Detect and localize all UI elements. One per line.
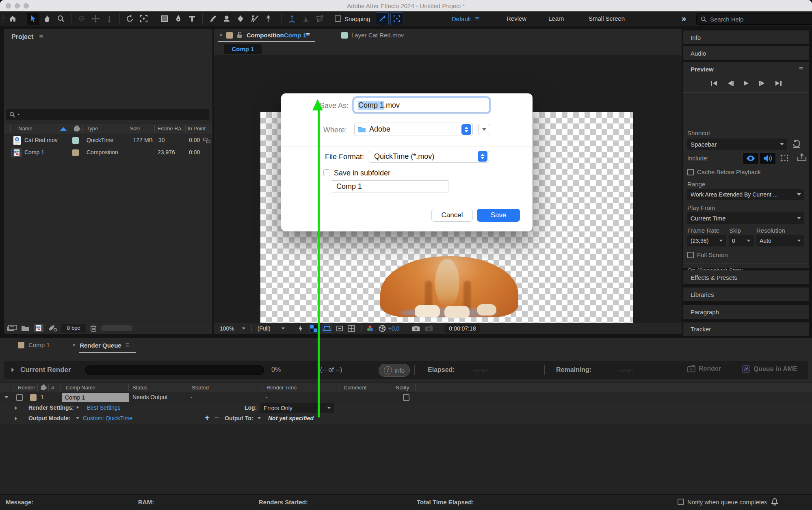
column-in-point[interactable]: In Point (188, 125, 206, 132)
where-dropdown[interactable]: Adobe (354, 123, 473, 136)
file-format-stepper-icon[interactable] (478, 151, 487, 162)
composition-tab-name[interactable]: Comp 1 (284, 32, 306, 39)
rq-row-comp-name[interactable]: Comp 1 (62, 393, 129, 402)
bpc-button[interactable]: 8 bpc (61, 324, 86, 333)
rectangle-tool[interactable] (158, 13, 171, 25)
label-swatch-tan[interactable] (72, 149, 79, 156)
shortcut-dropdown[interactable]: Spacebar (687, 138, 787, 150)
rq-row-expander-icon[interactable] (4, 396, 9, 399)
rq-row-notify-checkbox[interactable] (403, 394, 409, 401)
workspace-learn[interactable]: Learn (548, 15, 564, 22)
log-dropdown[interactable]: Errors Only (260, 403, 334, 413)
previous-frame-icon[interactable] (727, 80, 734, 86)
skip-dropdown[interactable]: 0 (729, 235, 754, 246)
subfolder-name-field[interactable]: Comp 1 (332, 180, 448, 192)
full-screen-option[interactable]: Full Screen (687, 251, 728, 258)
reset-icon[interactable] (792, 139, 801, 148)
local-axis-mode[interactable] (286, 13, 298, 25)
first-frame-icon[interactable] (710, 80, 718, 86)
add-output-module-icon[interactable]: + (205, 413, 210, 423)
layer-tab-label[interactable]: Layer Cat Red.mov (351, 32, 404, 39)
workspace-overflow-icon[interactable]: » (682, 14, 686, 23)
camera-region-tool[interactable] (138, 13, 150, 25)
home-icon[interactable] (6, 13, 19, 25)
play-icon[interactable] (743, 80, 749, 86)
audio-panel-header[interactable]: Audio (683, 46, 809, 60)
selection-tool[interactable] (27, 13, 39, 25)
workspace-menu-icon[interactable]: ≡ (475, 15, 480, 23)
output-module-value[interactable]: Custom: QuickTime (83, 415, 132, 421)
rotate-tool[interactable] (124, 13, 136, 25)
render-settings-expander-icon[interactable] (15, 406, 17, 410)
new-folder-icon[interactable] (21, 325, 29, 331)
grid-guides-icon[interactable] (347, 325, 355, 332)
resolution-dropdown[interactable]: (Full) (258, 325, 285, 332)
interpret-footage-icon[interactable] (7, 325, 17, 331)
include-overlays-icon[interactable] (777, 152, 791, 164)
search-filter-caret-icon[interactable] (17, 114, 20, 115)
output-to-caret-icon[interactable] (258, 417, 261, 419)
rq-col-comment[interactable]: Comment (344, 385, 366, 391)
hand-tool[interactable] (41, 13, 53, 25)
rq-col-comp-name[interactable]: Comp Name (66, 385, 95, 391)
composition-tab-label[interactable]: Composition (247, 32, 284, 39)
rq-col-started[interactable]: Started (192, 385, 209, 391)
mask-visibility-icon[interactable] (322, 324, 332, 333)
workspace-small-screen[interactable]: Small Screen (589, 15, 625, 22)
column-frame-rate[interactable]: Frame Ra.. (158, 125, 184, 132)
last-frame-icon[interactable] (775, 80, 782, 86)
roto-brush-tool[interactable] (248, 13, 260, 25)
save-button[interactable]: Save (477, 209, 520, 222)
save-in-subfolder-label[interactable]: Save in subfolder (334, 169, 390, 177)
cache-checkbox[interactable] (687, 169, 694, 175)
timecode-display[interactable]: 0:00:07:18 (445, 324, 480, 333)
next-frame-icon[interactable] (758, 80, 766, 86)
label-swatch-teal[interactable] (72, 137, 79, 144)
paragraph-header[interactable]: Paragraph (683, 305, 809, 319)
include-audio-icon[interactable] (760, 152, 776, 164)
column-size[interactable]: Size (130, 125, 140, 132)
rq-row-render-checkbox[interactable] (16, 394, 23, 401)
rq-label-color-icon[interactable] (40, 385, 47, 391)
effects-presets-header[interactable]: Effects & Presets (683, 270, 809, 284)
show-snapshot-icon[interactable] (425, 325, 433, 332)
eraser-tool[interactable] (234, 13, 247, 25)
project-panel-menu-icon[interactable]: ≡ (39, 32, 43, 41)
snap-adjacent-icon[interactable] (376, 12, 389, 25)
footer-scroll-pill[interactable] (101, 325, 132, 331)
pan-camera-tool[interactable] (89, 13, 102, 25)
frame-rate-dropdown[interactable]: (23,98) (687, 235, 726, 246)
tracker-header[interactable]: Tracker (683, 322, 809, 336)
workspace-review[interactable]: Review (507, 15, 526, 22)
clone-stamp-tool[interactable] (221, 13, 233, 25)
rq-menu-icon[interactable]: ≡ (126, 341, 129, 349)
rq-tab[interactable]: × Render Queue ≡ (72, 341, 129, 349)
orbit-camera-tool[interactable] (76, 13, 88, 25)
workspace-default[interactable]: Default (452, 15, 471, 22)
project-search-field[interactable] (6, 109, 210, 120)
channel-colors-icon[interactable] (366, 325, 374, 332)
output-to-value[interactable]: Not yet specified (268, 415, 314, 421)
lock-open-icon[interactable] (237, 32, 242, 38)
rq-col-render-time[interactable]: Render Time (266, 385, 297, 391)
info-panel-header[interactable]: Info (683, 30, 809, 44)
where-stepper-icon[interactable] (461, 124, 471, 135)
notify-queue-completes[interactable]: Notify when queue completes (678, 498, 779, 506)
close-window-button[interactable] (6, 3, 11, 9)
file-format-dropdown[interactable]: QuickTime (*.mov) (369, 150, 489, 163)
viewer-menu-icon[interactable]: ≡ (306, 31, 310, 39)
project-row-cat-red[interactable]: Cat Red.mov QuickTime 127 MB 30 0:00 (4, 134, 212, 147)
region-of-interest-icon[interactable] (336, 325, 343, 332)
zoom-tool[interactable] (55, 13, 67, 25)
rq-col-render[interactable]: Render (18, 385, 35, 391)
snapping-checkbox[interactable] (335, 15, 341, 22)
output-module-expander-icon[interactable] (15, 417, 17, 421)
puppet-pin-tool[interactable] (262, 13, 274, 25)
rq-comp-tab[interactable]: Comp 1 (18, 341, 50, 348)
full-screen-checkbox[interactable] (687, 252, 694, 258)
brush-tool[interactable] (207, 13, 219, 25)
libraries-header[interactable]: Libraries (683, 287, 809, 301)
comp-subtab[interactable]: Comp 1 (224, 44, 262, 54)
snap-features-icon[interactable] (390, 12, 403, 25)
fast-preview-icon[interactable] (297, 325, 304, 332)
